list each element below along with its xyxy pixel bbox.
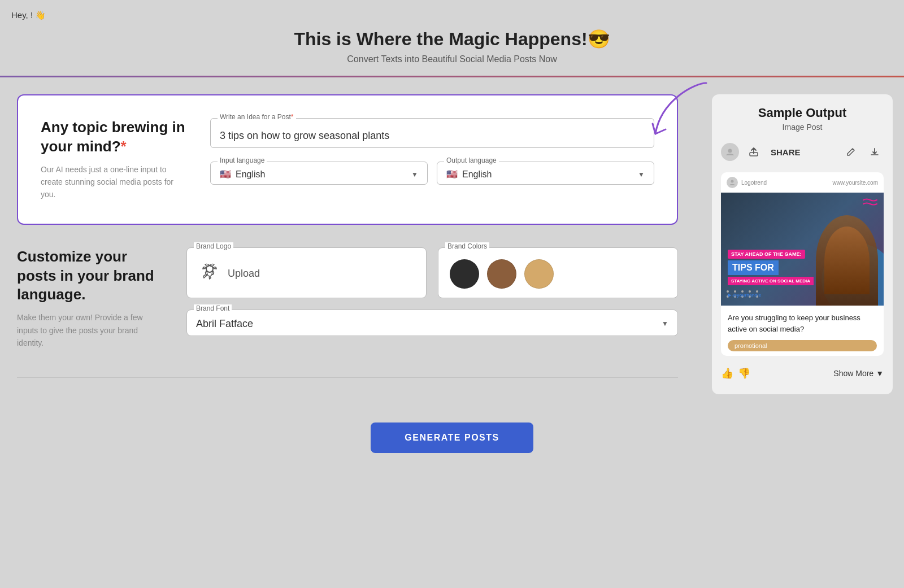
avatar-icon [721, 143, 739, 161]
input-lang-flag: 🇺🇸 [220, 169, 231, 180]
language-row: Input language 🇺🇸 English ▼ Output langu… [210, 162, 654, 185]
post-text-content: Are you struggling to keep your business… [721, 306, 884, 356]
post-brand-url: www.yoursite.com [832, 180, 878, 186]
post-tag-badge[interactable]: promotional [728, 340, 877, 351]
sample-output-title: Sample Output [721, 106, 884, 120]
input-lang-label: Input language [218, 156, 267, 164]
share-label[interactable]: SHARE [771, 147, 801, 157]
color-swatch-2[interactable] [487, 259, 516, 289]
generate-button[interactable]: GENERATE POSTS [371, 423, 533, 453]
deco-line [0, 76, 904, 77]
upload-label: Upload [228, 268, 260, 280]
customize-section: Customize your posts in your brand langu… [17, 247, 678, 350]
post-brand-name: Logotrend [741, 180, 767, 186]
sample-output-subtitle: Image Post [721, 123, 884, 132]
output-lang-flag: 🇺🇸 [446, 169, 458, 180]
post-subtitle-text: STAYING ACTIVE ON SOCIAL MEDIA [728, 277, 814, 285]
post-overlay: STAY AHEAD OF THE GAME: TIPS FOR STAYING… [721, 193, 884, 306]
brand-font-label: Brand Font [194, 304, 232, 312]
sample-output-panel: Sample Output Image Post SHARE [712, 94, 893, 394]
brand-logo-upload[interactable]: Brand Logo [186, 247, 427, 298]
brand-font-chevron-icon: ▼ [662, 320, 668, 328]
generate-row: GENERATE POSTS [0, 411, 904, 470]
idea-input[interactable] [220, 130, 645, 142]
idea-input-field[interactable]: Write an Idea for a Post* [210, 118, 654, 148]
output-lang-label: Output language [444, 156, 499, 164]
output-lang-chevron-icon: ▼ [638, 171, 645, 178]
output-lang-value: English [462, 169, 492, 180]
brand-colors[interactable]: Brand Colors [438, 247, 678, 298]
idea-field-label: Write an Idea for a Post* [218, 113, 296, 121]
thumbs-down-icon[interactable]: 👎 [738, 367, 750, 380]
post-body-text: Are you struggling to keep your business… [728, 312, 877, 334]
idea-section-desc: Our AI needs just a one-line input to cr… [41, 163, 188, 201]
input-lang-chevron-icon: ▼ [411, 171, 418, 178]
page-subtitle: Convert Texts into Beautiful Social Medi… [0, 54, 904, 64]
output-language-select[interactable]: Output language 🇺🇸 English ▼ [437, 162, 654, 185]
input-language-select[interactable]: Input language 🇺🇸 English ▼ [210, 162, 428, 185]
svg-point-3 [731, 180, 734, 183]
idea-card: Any topic brewing in your mind?* Our AI … [17, 94, 678, 225]
post-image-area: STAY AHEAD OF THE GAME: TIPS FOR STAYING… [721, 193, 884, 306]
post-badge-top: STAY AHEAD OF THE GAME: [728, 250, 805, 259]
input-lang-value: English [236, 169, 265, 180]
brand-colors-label: Brand Colors [445, 242, 489, 250]
svg-point-1 [728, 149, 732, 153]
brand-logo-label: Brand Logo [194, 242, 233, 250]
brand-font-select[interactable]: Brand Font Abril Fatface ▼ [186, 310, 678, 336]
color-swatch-3[interactable] [524, 259, 554, 289]
feedback-row: 👍 👎 Show More ▼ [721, 364, 884, 383]
post-title-text: TIPS FOR [728, 260, 779, 275]
color-swatch-1[interactable] [450, 259, 479, 289]
share-upload-icon[interactable] [745, 143, 763, 161]
edit-icon[interactable] [842, 143, 860, 161]
brand-row: Brand Logo [186, 247, 678, 298]
required-star: * [121, 138, 127, 155]
greeting: Hey, ! 👋 [11, 10, 46, 20]
logo-upload-icon [198, 260, 221, 288]
post-card-header: Logotrend www.yoursite.com [721, 172, 884, 193]
divider [17, 377, 678, 378]
customize-desc: Make them your own! Provide a few inputs… [17, 311, 164, 349]
share-row: SHARE [721, 140, 884, 164]
brand-font-value: Abril Fatface [196, 318, 253, 330]
idea-section-title: Any topic brewing in your mind?* [41, 118, 188, 156]
post-card: Logotrend www.yoursite.com [721, 172, 884, 356]
show-more-button[interactable]: Show More ▼ [833, 369, 884, 378]
customize-title: Customize your posts in your brand langu… [17, 247, 164, 304]
post-handle: ▶ @yourhandle [728, 293, 761, 298]
page-title: This is Where the Magic Happens!😎 [0, 28, 904, 50]
download-icon[interactable] [866, 143, 884, 161]
show-more-chevron-icon: ▼ [876, 369, 884, 378]
thumbs-up-icon[interactable]: 👍 [721, 367, 733, 380]
